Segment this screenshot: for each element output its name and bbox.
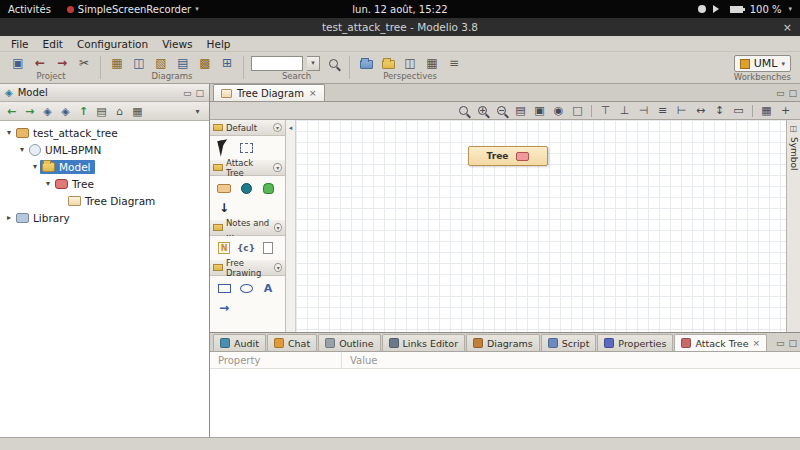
- bottom-panel-minimize-button[interactable]: ▭: [776, 338, 785, 348]
- perspective-analysis-button[interactable]: ▦: [423, 55, 441, 71]
- activities-button[interactable]: Activités: [8, 4, 51, 15]
- line-tool[interactable]: →: [216, 301, 232, 315]
- align-center-button[interactable]: ≡: [654, 103, 671, 118]
- group-toggle-icon[interactable]: ▾: [274, 263, 282, 272]
- tab-diagrams[interactable]: Diagrams: [466, 334, 540, 351]
- perspective-model-button[interactable]: [357, 55, 375, 71]
- expander-icon[interactable]: ▸: [4, 213, 14, 222]
- create-usecase-diagram-button[interactable]: ◫: [130, 55, 148, 71]
- tab-outline[interactable]: Outline: [318, 334, 380, 351]
- group-toggle-icon[interactable]: ▾: [273, 163, 282, 172]
- create-state-diagram-button[interactable]: ▤: [174, 55, 192, 71]
- tab-tree-diagram[interactable]: Tree Diagram ×: [213, 84, 325, 101]
- tree-row-model[interactable]: ▾ Model: [0, 158, 209, 175]
- window-close-button[interactable]: ×: [783, 18, 792, 36]
- zoom-selection-button[interactable]: [455, 103, 472, 118]
- zoom-out-button[interactable]: [493, 103, 510, 118]
- home-button[interactable]: ⌂: [111, 104, 128, 119]
- select-tool[interactable]: [216, 141, 232, 155]
- expander-icon[interactable]: ▾: [30, 162, 40, 171]
- undo-button[interactable]: ←: [31, 55, 49, 71]
- palette-group-attack-tree[interactable]: Attack Tree ▾: [210, 160, 285, 176]
- group-toggle-icon[interactable]: ▾: [273, 123, 282, 132]
- property-table-body[interactable]: [210, 369, 800, 437]
- group-toggle-icon[interactable]: ▾: [274, 223, 282, 232]
- align-bottom-button[interactable]: ⊥: [616, 103, 633, 118]
- diagram-canvas[interactable]: Tree: [296, 120, 786, 332]
- create-class-diagram-button[interactable]: ▦: [108, 55, 126, 71]
- save-diagram-button[interactable]: ▣: [531, 103, 548, 118]
- active-app-menu[interactable]: SimpleScreenRecorder ▾: [67, 4, 199, 15]
- expander-icon[interactable]: ▾: [17, 145, 27, 154]
- nav-forward-button[interactable]: →: [21, 104, 38, 119]
- note-tool[interactable]: N: [216, 241, 232, 255]
- palette-group-notes[interactable]: Notes and ... ▾: [210, 220, 285, 236]
- workbench-selector[interactable]: UML ▾: [734, 55, 791, 72]
- tree-row-tree[interactable]: ▾ Tree: [0, 175, 209, 192]
- align-left-button[interactable]: ⊣: [635, 103, 652, 118]
- search-input[interactable]: [251, 56, 303, 71]
- palette-group-default[interactable]: Default ▾: [210, 120, 285, 136]
- tree-options-button[interactable]: ▦: [129, 104, 146, 119]
- screenshot-button[interactable]: ◉: [550, 103, 567, 118]
- palette-group-free-drawing[interactable]: Free Drawing ▾: [210, 260, 285, 276]
- window-title-bar[interactable]: test_attack_tree - Modelio 3.8 ×: [0, 18, 800, 36]
- tab-close-icon[interactable]: ×: [753, 338, 761, 348]
- tab-close-icon[interactable]: ×: [309, 88, 317, 98]
- tab-chat[interactable]: Chat: [267, 334, 317, 351]
- bottom-panel-maximize-button[interactable]: □: [788, 338, 797, 348]
- flat-view-button[interactable]: ▤: [93, 104, 110, 119]
- menu-configuration[interactable]: Configuration: [70, 37, 155, 51]
- panel-maximize-button[interactable]: □: [195, 88, 204, 98]
- expander-icon[interactable]: ▾: [4, 128, 14, 137]
- or-gate-tool[interactable]: [260, 181, 276, 195]
- tab-links-editor[interactable]: Links Editor: [382, 334, 466, 351]
- go-up-button[interactable]: ↑: [75, 104, 92, 119]
- constraint-tool[interactable]: {c}: [238, 241, 254, 255]
- create-matrix-button[interactable]: ⊞: [218, 55, 236, 71]
- tab-script[interactable]: Script: [541, 334, 597, 351]
- same-size-button[interactable]: ▭: [730, 103, 747, 118]
- column-value[interactable]: Value: [342, 355, 377, 366]
- search-dropdown-button[interactable]: ▾: [307, 56, 320, 71]
- tab-properties[interactable]: Properties: [597, 334, 673, 351]
- symbol-panel-icon[interactable]: ◫: [790, 124, 798, 133]
- nav-back-button[interactable]: ←: [3, 104, 20, 119]
- tree-row-tree-diagram[interactable]: Tree Diagram: [0, 192, 209, 209]
- document-tool[interactable]: [260, 241, 276, 255]
- save-project-button[interactable]: ▣: [9, 55, 27, 71]
- model-panel-header[interactable]: ◈ Model ▭ □: [0, 84, 209, 102]
- expander-icon[interactable]: ▾: [43, 179, 53, 188]
- redo-button[interactable]: →: [53, 55, 71, 71]
- system-tray[interactable]: 100 % ▾: [698, 4, 792, 15]
- column-property[interactable]: Property: [210, 352, 342, 368]
- tab-attack-tree[interactable]: Attack Tree ×: [674, 334, 767, 351]
- tree-row-library[interactable]: ▸ Library: [0, 209, 209, 226]
- create-bpmn-diagram-button[interactable]: ▩: [196, 55, 214, 71]
- distribute-vertical-button[interactable]: ↕: [711, 103, 728, 118]
- marquee-tool[interactable]: [238, 141, 254, 155]
- and-gate-tool[interactable]: [238, 181, 254, 195]
- perspective-diagram-button[interactable]: [379, 55, 397, 71]
- panel-minimize-button[interactable]: ▭: [183, 88, 192, 98]
- editor-maximize-button[interactable]: □: [788, 88, 797, 98]
- menu-file[interactable]: File: [4, 37, 36, 51]
- tree-row-project[interactable]: ▾ test_attack_tree: [0, 124, 209, 141]
- select-mode-button[interactable]: □: [569, 103, 586, 118]
- connection-tool[interactable]: ↓: [216, 201, 232, 215]
- align-top-button[interactable]: ⊤: [597, 103, 614, 118]
- toggle-grid-button[interactable]: ▦: [758, 103, 775, 118]
- palette-collapse-strip[interactable]: ◂: [286, 120, 296, 332]
- search-button[interactable]: [324, 55, 342, 71]
- rectangle-tool[interactable]: [216, 281, 232, 295]
- clock[interactable]: lun. 12 août, 15:22: [352, 4, 447, 15]
- collapse-palette-icon[interactable]: ◂: [289, 124, 293, 332]
- toggle-snap-button[interactable]: +: [777, 103, 794, 118]
- print-button[interactable]: ▤: [512, 103, 529, 118]
- editor-minimize-button[interactable]: ▭: [776, 88, 785, 98]
- ellipse-tool[interactable]: [238, 281, 254, 295]
- perspective-list-button[interactable]: ≡: [445, 55, 463, 71]
- show-inheritance-button[interactable]: ◈: [57, 104, 74, 119]
- show-links-button[interactable]: ◈: [39, 104, 56, 119]
- zoom-in-button[interactable]: [474, 103, 491, 118]
